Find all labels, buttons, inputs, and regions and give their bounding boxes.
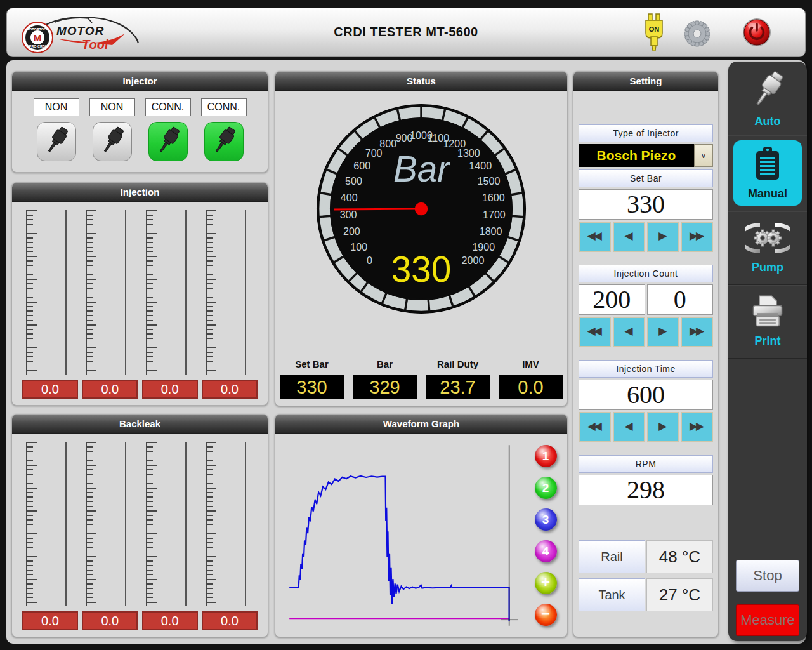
- measure-button[interactable]: Measure: [736, 604, 799, 636]
- injector-button-4[interactable]: [204, 122, 244, 161]
- svg-text:400: 400: [341, 192, 358, 203]
- ruler-scale: [146, 210, 156, 375]
- main-surface: Injector NON NON CONN.: [6, 60, 806, 644]
- set-bar-fast-increase-button[interactable]: ▶▶: [681, 222, 713, 252]
- injector-channel-4: CONN.: [201, 98, 247, 161]
- zoom-in-button[interactable]: +: [535, 572, 557, 594]
- set-bar-increase-button[interactable]: ▶: [647, 222, 679, 252]
- channel-2-button[interactable]: 2: [535, 477, 557, 499]
- backleak-gauge-1: 0.0: [22, 434, 78, 637]
- injector-button-3[interactable]: [148, 122, 188, 161]
- injection-count-decrease-button[interactable]: ◀: [613, 317, 645, 347]
- injector-panel: Injector NON NON CONN.: [11, 71, 268, 173]
- badge-text-bottom: PRO CRDI: [29, 44, 46, 48]
- backleak-panel-title: Backleak: [12, 415, 268, 434]
- injector-type-value[interactable]: Bosch Piezo: [579, 144, 694, 167]
- power-button[interactable]: [742, 17, 772, 50]
- ruler-scale: [206, 210, 216, 375]
- readout-value-imv: 0.0: [499, 375, 563, 399]
- injection-count-fast-increase-button[interactable]: ▶▶: [681, 317, 713, 347]
- settings-gear-icon[interactable]: [683, 20, 711, 50]
- injection-value-1: 0.0: [22, 380, 78, 399]
- zoom-out-button[interactable]: −: [535, 604, 557, 626]
- sidebar-label-auto: Auto: [728, 115, 807, 128]
- sidebar-item-manual[interactable]: Manual: [728, 135, 807, 211]
- readout-value-railduty: 23.7: [426, 375, 490, 399]
- injection-count-target: 200: [579, 284, 645, 315]
- usb-connection-icon: ON: [641, 13, 667, 55]
- sidebar: Auto Manual: [728, 62, 807, 641]
- status-readouts: Set Bar 330 Bar 329 Rail Duty 23.7 IMV 0…: [275, 359, 567, 399]
- injector-button-2[interactable]: [93, 122, 132, 161]
- rail-temp-value: 48 °C: [646, 540, 713, 573]
- svg-text:1500: 1500: [478, 175, 501, 187]
- set-bar-label: Set Bar: [579, 169, 713, 187]
- svg-text:1300: 1300: [457, 147, 480, 159]
- sidebar-label-manual: Manual: [733, 187, 802, 201]
- brand-word-script: Tool: [82, 37, 108, 51]
- injection-panel: Injection 0.0 0.0: [11, 182, 268, 406]
- backleak-value-2: 0.0: [82, 611, 138, 630]
- channel-4-button[interactable]: 4: [535, 540, 557, 562]
- injection-time-decrease-button[interactable]: ◀: [613, 412, 645, 442]
- title-bar: M MOTORTOOL PRO CRDI MOTOR Tool CRDI TES…: [6, 8, 806, 57]
- svg-text:1600: 1600: [482, 192, 505, 203]
- waveform-panel-title: Waveform Graph: [275, 415, 567, 434]
- channel-1-button[interactable]: 1: [535, 445, 557, 467]
- injection-count-fast-decrease-button[interactable]: ◀◀: [579, 317, 611, 347]
- injection-value-4: 0.0: [202, 380, 258, 399]
- injector-type-dropdown: Bosch Piezo v: [579, 144, 713, 167]
- usb-state-label: ON: [649, 25, 660, 33]
- rail-temp-label: Rail: [579, 540, 645, 573]
- injector-panel-title: Injector: [12, 72, 268, 91]
- sidebar-label-print: Print: [728, 335, 807, 348]
- tank-temp-value: 27 °C: [646, 578, 713, 611]
- injection-count-label: Injection Count: [579, 265, 713, 282]
- ruler-scale: [86, 210, 96, 375]
- readout-label-bar: Bar: [348, 359, 421, 369]
- svg-text:1700: 1700: [483, 209, 506, 220]
- status-panel-title: Status: [275, 72, 567, 91]
- svg-text:600: 600: [353, 160, 370, 171]
- channel-3-button[interactable]: 3: [535, 508, 557, 531]
- injector-channel-1: NON: [34, 98, 79, 161]
- injection-time-value: 600: [579, 380, 713, 410]
- svg-text:Bar: Bar: [393, 149, 450, 189]
- status-panel: Status 010020030040050060070080090010001…: [275, 71, 568, 406]
- injection-gauge-2: 0.0: [82, 202, 138, 405]
- svg-text:1900: 1900: [472, 241, 495, 253]
- waveform-plot: [288, 444, 518, 627]
- manual-active-button[interactable]: Manual: [733, 140, 802, 206]
- setting-panel: Setting Type of Injector Bosch Piezo v S…: [573, 71, 719, 637]
- print-printer-icon: [749, 294, 787, 329]
- stop-button[interactable]: Stop: [736, 560, 799, 592]
- sidebar-item-print[interactable]: Print: [728, 285, 807, 359]
- injection-panel-title: Injection: [12, 183, 268, 202]
- injection-gauge-4: 0.0: [202, 202, 258, 405]
- injection-time-fast-increase-button[interactable]: ▶▶: [681, 412, 713, 442]
- injection-time-increase-button[interactable]: ▶: [647, 412, 679, 442]
- svg-text:500: 500: [345, 175, 362, 187]
- slider-track: [65, 442, 67, 606]
- backleak-value-3: 0.0: [142, 611, 198, 630]
- sidebar-item-auto[interactable]: Auto: [728, 62, 807, 135]
- backleak-gauge-3: 0.0: [142, 434, 198, 637]
- sidebar-item-pump[interactable]: Pump: [728, 211, 807, 285]
- backleak-panel: Backleak 0.0 0.0: [11, 414, 268, 637]
- ruler-scale: [26, 210, 36, 375]
- backleak-value-1: 0.0: [22, 611, 78, 630]
- injector-icon: [154, 148, 183, 157]
- readout-value-setbar: 330: [280, 375, 344, 399]
- injector-button-1[interactable]: [37, 122, 76, 161]
- dropdown-arrow-icon[interactable]: v: [694, 144, 713, 167]
- svg-text:330: 330: [391, 249, 452, 289]
- svg-text:100: 100: [350, 241, 367, 253]
- set-bar-decrease-button[interactable]: ◀: [613, 222, 645, 252]
- injection-count-increase-button[interactable]: ▶: [647, 317, 679, 347]
- injector-status-1: NON: [34, 98, 79, 116]
- set-bar-fast-decrease-button[interactable]: ◀◀: [579, 222, 611, 252]
- set-bar-value: 330: [579, 189, 713, 220]
- injection-time-fast-decrease-button[interactable]: ◀◀: [579, 412, 611, 442]
- readout-label-setbar: Set Bar: [275, 359, 348, 369]
- injector-status-2: NON: [89, 98, 135, 116]
